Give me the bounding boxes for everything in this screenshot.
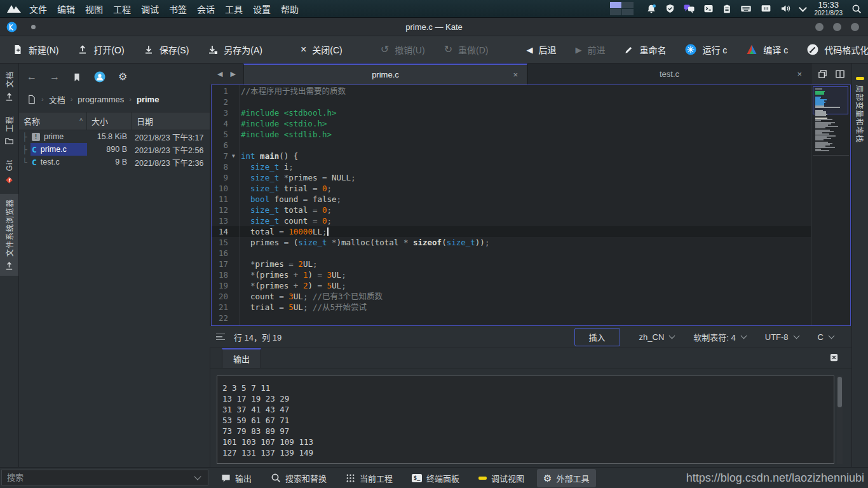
toolbar-button-format[interactable]: 代码格式化	[807, 43, 868, 56]
sidebar-tool-button[interactable]: 文件系统浏览器	[0, 194, 18, 276]
terminal-icon[interactable]	[703, 4, 714, 13]
bottom-tool-button[interactable]: $_终端面板	[405, 469, 466, 487]
toolbar-button-run[interactable]: 运行 c	[685, 43, 727, 56]
dictionary-combo[interactable]: zh_CN	[639, 332, 675, 342]
clock[interactable]: 15:332021/8/23	[815, 1, 843, 17]
file-name-cell[interactable]: !prime	[31, 130, 87, 143]
minimap-scrollbar[interactable]	[811, 85, 850, 325]
editor-tab[interactable]: prime.c×	[243, 64, 527, 85]
bottom-tool-button[interactable]: ⚙外部工具	[537, 469, 595, 487]
toolbar-button-back[interactable]: ◀后退	[526, 43, 556, 56]
menu-item[interactable]: 帮助	[280, 1, 300, 17]
breadcrumb-item[interactable]: programmes	[78, 95, 124, 104]
keyboard-icon[interactable]	[740, 4, 752, 13]
file-name-cell[interactable]: Cprime.c	[31, 143, 87, 156]
code-editor[interactable]: 1//本程序用于找出需要的质数23#include <stdbool.h>4#i…	[211, 85, 851, 326]
volume-icon[interactable]	[780, 4, 791, 13]
sidebar-tool-button[interactable]: 文档	[0, 66, 18, 107]
file-row[interactable]: ├Cprime.c890 B2021/8/23 下午2:56	[19, 143, 210, 156]
output-text-area[interactable]: 2 3 5 7 1113 17 19 23 2931 37 41 43 4753…	[217, 376, 834, 464]
chat-icon[interactable]	[684, 4, 695, 14]
highlight-mode-combo[interactable]: C	[818, 332, 834, 342]
window-close-button[interactable]	[851, 23, 859, 31]
tab-mode-combo[interactable]: 软制表符: 4	[693, 331, 745, 343]
menu-item[interactable]: 设置	[252, 1, 272, 17]
code-line: 8 size_t i;	[212, 161, 811, 172]
close-tab-icon[interactable]: ×	[513, 70, 518, 79]
split-icon[interactable]	[835, 69, 845, 79]
gear-icon[interactable]: ⚙	[118, 72, 127, 82]
menu-item[interactable]: 工具	[224, 1, 244, 17]
code-text: #include <stdio.h>	[239, 118, 327, 129]
menu-item[interactable]: 调试	[140, 1, 160, 17]
tool-view-menu-icon[interactable]	[216, 334, 225, 341]
sidebar-tool-button[interactable]: Git	[0, 154, 18, 190]
toolbar-button-undo[interactable]: ↺撤销(U)	[381, 43, 425, 56]
file-row[interactable]: └Ctest.c9 B2021/8/23 下午2:36	[19, 156, 210, 168]
arrow-right-icon[interactable]: →	[50, 72, 60, 82]
user-icon[interactable]	[94, 71, 105, 83]
menu-item[interactable]: 文件	[28, 1, 48, 17]
sidebar-tool-button[interactable]: 工程	[0, 111, 18, 151]
editor-tab[interactable]: test.c×	[527, 64, 811, 85]
toolbar-button-label: 保存(S)	[159, 43, 189, 56]
stack-icon[interactable]	[818, 69, 827, 79]
bottom-tool-button[interactable]: 搜索和替换	[264, 469, 333, 487]
bottom-tool-button[interactable]: 调试视图	[472, 469, 531, 487]
bookmark-icon[interactable]	[72, 72, 81, 82]
tab-next-icon[interactable]: ▶	[230, 70, 235, 78]
breadcrumb-item[interactable]: 文档	[49, 93, 65, 105]
file-name-cell[interactable]: Ctest.c	[31, 156, 87, 168]
scrollbar-thumb[interactable]	[837, 377, 842, 407]
workspace-pager-icon[interactable]	[610, 2, 634, 15]
line-number: 23	[212, 323, 228, 325]
code-line: 7▼int main() {	[212, 151, 811, 161]
launcher-logo-icon[interactable]	[6, 4, 23, 14]
menu-item[interactable]: 工程	[112, 1, 132, 17]
column-header[interactable]: 名称^	[19, 112, 87, 130]
bottom-tool-button[interactable]: 输出	[215, 469, 258, 487]
toolbar-button-save-as[interactable]: 另存为(A)	[208, 43, 262, 56]
toolbar-button-redo[interactable]: ↻重做(D)	[444, 43, 489, 56]
cursor-position-label[interactable]: 行 14，列 19	[234, 331, 281, 343]
menu-item[interactable]: 会话	[196, 1, 216, 17]
kate-app-icon	[6, 22, 17, 32]
fold-column	[228, 205, 239, 215]
window-title-bar[interactable]: prime.c — Kate	[0, 18, 868, 36]
toolbar-button-rename[interactable]: 重命名	[624, 43, 666, 56]
filter-input[interactable]	[2, 472, 195, 483]
tab-output[interactable]: 输出	[222, 348, 261, 368]
sidebar-tool-button[interactable]: 局部变量和堆栈	[852, 70, 868, 146]
toolbar-button-save[interactable]: 保存(S)	[144, 43, 189, 56]
column-header[interactable]: 日期	[132, 112, 210, 130]
toolbar-button-forward[interactable]: ▶前进	[575, 43, 605, 56]
toolbar-button-label: 重命名	[639, 43, 666, 56]
toolbar-button-close[interactable]: ×关闭(C)	[301, 43, 342, 56]
tab-prev-icon[interactable]: ◀	[217, 70, 222, 78]
search-icon[interactable]	[851, 4, 862, 14]
menu-item[interactable]: 编辑	[56, 1, 76, 17]
close-tab-icon[interactable]: ×	[797, 69, 802, 79]
output-scrollbar[interactable]	[837, 376, 843, 464]
toolbar-button-compile[interactable]: 编译 c	[746, 43, 788, 56]
monitor-icon[interactable]	[761, 4, 771, 13]
panel-close-icon[interactable]	[829, 353, 839, 362]
menu-item[interactable]: 视图	[84, 1, 104, 17]
toolbar-button-open[interactable]: 打开(O)	[78, 43, 124, 56]
shield-icon[interactable]	[665, 4, 675, 13]
window-minimize-button[interactable]	[815, 23, 824, 31]
doc-icon[interactable]	[27, 95, 36, 104]
window-maximize-button[interactable]	[833, 23, 841, 31]
toolbar-button-new-file[interactable]: 新建(N)	[13, 43, 58, 56]
input-mode-button[interactable]: 插入	[574, 328, 620, 346]
menu-item[interactable]: 书签	[168, 1, 188, 17]
bottom-tool-button[interactable]: 当前工程	[339, 469, 399, 487]
column-header[interactable]: 大小	[87, 112, 132, 130]
chevron-down-icon[interactable]	[800, 7, 806, 11]
arrow-left-icon[interactable]: ←	[27, 72, 37, 82]
encoding-combo[interactable]: UTF-8	[765, 332, 799, 342]
clipboard-icon[interactable]	[722, 4, 731, 14]
file-row[interactable]: ├!prime15.8 KiB2021/8/23 下午3:17	[19, 130, 210, 143]
bell-icon[interactable]	[646, 4, 656, 14]
breadcrumb-item[interactable]: prime	[137, 95, 159, 104]
